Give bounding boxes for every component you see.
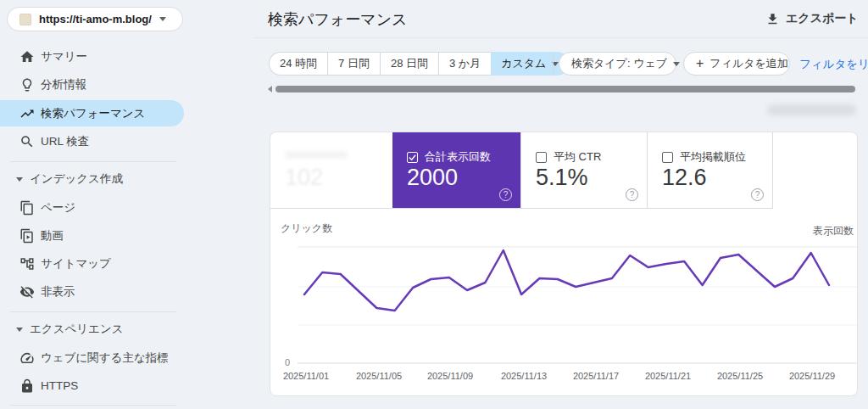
scrollbar-thumb[interactable] bbox=[275, 86, 855, 92]
search-type-button[interactable]: 検索タイプ: ウェブ bbox=[559, 52, 676, 76]
help-icon[interactable]: ? bbox=[751, 188, 764, 201]
chevron-down-icon bbox=[16, 177, 23, 182]
x-tick: 2025/11/17 bbox=[560, 371, 632, 381]
tab-custom[interactable]: カスタム bbox=[491, 52, 569, 76]
metric-card-ctr[interactable]: 平均 CTR 5.1% ? bbox=[520, 132, 647, 209]
checkbox-unchecked-icon[interactable] bbox=[536, 152, 547, 163]
video-icon bbox=[19, 228, 35, 244]
x-tick: 2025/11/21 bbox=[632, 371, 704, 381]
left-axis-label: クリック数 bbox=[281, 221, 332, 236]
x-tick: 2025/11/09 bbox=[415, 371, 486, 381]
x-tick: 2025/11/25 bbox=[704, 371, 776, 381]
reset-filters-link[interactable]: フィルタをリセット bbox=[799, 57, 868, 72]
pages-icon bbox=[19, 200, 35, 216]
sitemap-icon bbox=[19, 256, 35, 272]
sidebar-item-search-performance[interactable]: 検索パフォーマンス bbox=[0, 100, 184, 126]
x-tick: 2025/11/13 bbox=[488, 371, 559, 381]
sidebar-item-removals[interactable]: 非表示 bbox=[0, 277, 203, 305]
chevron-down-icon bbox=[16, 328, 23, 332]
right-axis-label: 表示回数 bbox=[813, 224, 854, 238]
checkbox-unchecked-icon[interactable] bbox=[662, 152, 673, 163]
header-divider bbox=[254, 37, 868, 38]
sidebar-item-core-web-vitals[interactable]: ウェブに関する主な指標 bbox=[0, 344, 203, 372]
date-range-tabs: 24 時間 7 日間 28 日間 3 か月 カスタム bbox=[269, 52, 569, 76]
metric-cards-row: 102 合計表示回数 2000 ? 平均 CTR 5.1% ? 平均掲載順位 1… bbox=[270, 132, 857, 209]
sidebar-item-url-inspection[interactable]: URL 検査 bbox=[0, 127, 203, 155]
x-tick: 2025/11/05 bbox=[343, 371, 415, 381]
home-icon bbox=[19, 49, 35, 64]
export-button[interactable]: エクスポート bbox=[765, 11, 859, 26]
download-icon bbox=[765, 12, 780, 26]
tab-24h[interactable]: 24 時間 bbox=[269, 52, 327, 76]
sidebar-item-video[interactable]: 動画 bbox=[0, 221, 203, 249]
sidebar-item-summary[interactable]: サマリー bbox=[0, 42, 203, 70]
sidebar-item-sitemaps[interactable]: サイトマップ bbox=[0, 249, 203, 277]
chevron-down-icon bbox=[673, 62, 680, 66]
scroll-left-arrow-icon[interactable] bbox=[268, 86, 272, 92]
sidebar-divider bbox=[10, 161, 176, 162]
x-tick: 2025/11/01 bbox=[270, 371, 342, 381]
sidebar-item-https[interactable]: HTTPS bbox=[0, 372, 203, 400]
search-performance-card: 102 合計表示回数 2000 ? 平均 CTR 5.1% ? 平均掲載順位 1… bbox=[270, 132, 858, 396]
lightbulb-icon bbox=[19, 77, 35, 92]
site-url: https://ti-amo-m.blog/ bbox=[39, 13, 152, 25]
y-axis-zero-label: 0 bbox=[285, 357, 290, 367]
search-icon bbox=[19, 134, 35, 149]
filter-separator bbox=[553, 53, 554, 75]
tab-3m[interactable]: 3 か月 bbox=[438, 52, 491, 76]
checkbox-checked-icon[interactable] bbox=[407, 152, 418, 163]
help-icon[interactable]: ? bbox=[499, 188, 512, 201]
sidebar-section-indexing[interactable]: インデックス作成 bbox=[0, 165, 203, 193]
metric-card-position[interactable]: 平均掲載順位 12.6 ? bbox=[647, 132, 772, 209]
sidebar-divider bbox=[10, 311, 176, 312]
metric-card-clicks-blurred[interactable]: 102 bbox=[270, 132, 392, 209]
lock-icon bbox=[19, 378, 35, 394]
eye-off-icon bbox=[19, 284, 35, 300]
page-title: 検索パフォーマンス bbox=[268, 9, 408, 30]
trending-line-icon bbox=[19, 106, 35, 121]
chevron-down-icon bbox=[159, 17, 166, 21]
sidebar-item-insights[interactable]: 分析情報 bbox=[0, 70, 203, 98]
plus-icon: + bbox=[696, 56, 704, 71]
site-favicon bbox=[19, 14, 31, 25]
sidebar-section-experience[interactable]: エクスペリエンス bbox=[0, 316, 203, 343]
redacted-label bbox=[285, 151, 348, 159]
metric-card-impressions[interactable]: 合計表示回数 2000 ? bbox=[392, 132, 520, 209]
tab-7d[interactable]: 7 日間 bbox=[327, 52, 380, 76]
sidebar-item-pages[interactable]: ページ bbox=[0, 193, 203, 221]
redacted-text bbox=[767, 104, 856, 115]
tab-28d[interactable]: 28 日間 bbox=[380, 52, 438, 76]
site-selector-dropdown[interactable]: https://ti-amo-m.blog/ bbox=[7, 7, 183, 31]
horizontal-scrollbar[interactable] bbox=[268, 84, 868, 94]
gauge-icon bbox=[19, 350, 35, 366]
line-chart bbox=[298, 243, 857, 368]
sidebar-divider bbox=[10, 405, 176, 406]
help-icon[interactable]: ? bbox=[626, 188, 638, 201]
impressions-series-line bbox=[304, 250, 829, 311]
metric-row-filler bbox=[772, 132, 857, 209]
add-filter-button[interactable]: + フィルタを追加 bbox=[683, 52, 790, 76]
x-tick: 2025/11/29 bbox=[776, 371, 848, 381]
